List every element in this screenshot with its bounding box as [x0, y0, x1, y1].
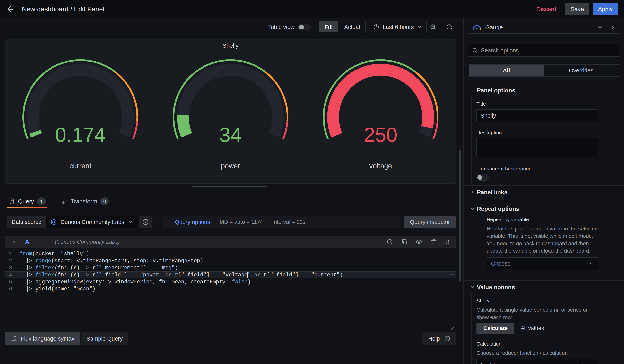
interval: Interval = 20s	[272, 219, 305, 225]
gauge-label: voltage	[369, 162, 392, 170]
code-line-1[interactable]: 1from(bucket: "shelly")	[5, 250, 456, 257]
refresh-button[interactable]	[442, 21, 456, 33]
discard-button[interactable]: Discard	[531, 3, 562, 15]
query-header[interactable]: A (Curious Community Labs) ?	[5, 235, 456, 248]
calculation-select[interactable]: Last *	[476, 359, 598, 364]
code-line-4[interactable]: 4 |> filter(fn: (r) => r["_field"] == "p…	[5, 272, 456, 278]
duplicate-query-icon[interactable]	[401, 239, 407, 245]
table-view-toggle[interactable]	[298, 24, 311, 30]
chevron-right-icon	[611, 25, 616, 30]
show-mode-group: Calculate All values	[476, 322, 551, 334]
all-values-option[interactable]: All values	[514, 323, 551, 334]
code-line-5[interactable]: 5 |> aggregateWindow(every: v.windowPeri…	[5, 278, 456, 286]
value-options-header[interactable]: Value options	[464, 282, 624, 292]
database-icon	[9, 198, 15, 205]
datasource-row: Data source Curious Community Labs ?	[7, 216, 456, 228]
fill-actual-group: Fill Actual	[318, 21, 366, 33]
info-circle-icon	[444, 336, 450, 342]
gauge-row: 0.174current34power250voltage	[5, 51, 456, 170]
visualization-select[interactable]: 79 Gauge	[468, 24, 607, 31]
external-link-icon	[11, 336, 17, 341]
gauge-viz-icon: 79	[472, 24, 482, 31]
section-panel-options: Panel options Title Description Transpar…	[464, 84, 624, 185]
panel-preview[interactable]: Shelly 0.174current34power250voltage	[5, 39, 456, 183]
repeat-description: Repeat this panel for each value in the …	[487, 225, 598, 255]
delete-query-trash-icon[interactable]	[430, 239, 437, 245]
line-content: from(bucket: "shelly")	[20, 250, 89, 257]
pane-resize-handle[interactable]	[192, 186, 267, 187]
help-button[interactable]: Help	[422, 332, 456, 345]
tab-transform[interactable]: Transform 0	[60, 195, 111, 207]
gauge-voltage: 250voltage	[306, 51, 456, 170]
query-inspector-button[interactable]: Query inspector	[404, 216, 456, 228]
line-number: 4	[5, 272, 20, 278]
sample-query-button[interactable]: Sample Query	[81, 332, 128, 345]
scrollbar-thumb[interactable]	[459, 150, 461, 282]
description-field-label: Description	[476, 130, 598, 136]
save-button[interactable]: Save	[565, 3, 589, 15]
collapse-options-button[interactable]	[607, 21, 619, 33]
datasource-picker[interactable]: Curious Community Labs	[46, 216, 137, 228]
gauge-value: 34	[219, 124, 242, 146]
title-field-label: Title	[476, 101, 598, 107]
gauge-value: 0.174	[55, 124, 105, 146]
editor-resize-icon[interactable]	[450, 326, 455, 330]
table-view-group: Table view	[263, 21, 315, 33]
edit-panel-left: Table view Fill Actual Last 6 hours	[0, 18, 463, 364]
chevron-right-icon	[155, 220, 159, 224]
line-number: 5	[5, 278, 20, 286]
repeat-variable-select[interactable]: Choose	[487, 257, 598, 270]
line-content: |> filter(fn: (r) => r["_measurement"] =…	[20, 264, 178, 272]
textarea-resize-icon[interactable]	[594, 153, 597, 156]
line-content: |> range(start: v.timeRangeStart, stop: …	[20, 257, 203, 264]
apply-button[interactable]: Apply	[593, 3, 618, 15]
panel-title: Shelly	[5, 39, 456, 49]
chevron-down-icon	[597, 25, 603, 30]
hide-query-eye-icon[interactable]	[416, 238, 422, 245]
expand-chevron[interactable]	[152, 216, 162, 228]
query-options-toggle[interactable]: Query options	[167, 219, 210, 225]
section-value-options: Value options Show Calculate a single va…	[464, 280, 624, 364]
fill-option[interactable]: Fill	[319, 22, 338, 32]
question-circle-icon: ?	[142, 219, 149, 225]
time-range-picker[interactable]: Last 6 hours	[369, 21, 426, 33]
query-help-icon[interactable]: ?	[387, 239, 393, 245]
search-options-input[interactable]	[481, 47, 616, 54]
chevron-down-icon	[589, 261, 594, 266]
datasource-label: Data source	[7, 216, 46, 228]
tab-all[interactable]: All	[469, 65, 544, 76]
tab-query[interactable]: Query 1	[7, 195, 47, 207]
chevron-down-icon	[11, 239, 16, 244]
help-label: Help	[428, 336, 440, 342]
code-line-2[interactable]: 2 |> range(start: v.timeRangeStart, stop…	[5, 257, 456, 264]
flux-syntax-button[interactable]: Flux language syntax	[5, 332, 80, 345]
flux-code-editor[interactable]: 1from(bucket: "shelly")2 |> range(start:…	[5, 248, 456, 332]
chevron-right-icon	[469, 190, 476, 195]
transform-count-badge: 0	[100, 197, 109, 205]
panel-title-input[interactable]	[476, 109, 598, 122]
code-line-6[interactable]: 6 |> yield(name: "mean")	[5, 286, 456, 293]
code-line-3[interactable]: 3 |> filter(fn: (r) => r["_measurement"]…	[5, 264, 456, 272]
actual-option[interactable]: Actual	[339, 21, 365, 33]
tab-overrides[interactable]: Overrides	[544, 65, 619, 76]
indent-guide	[32, 257, 32, 293]
panel-options-header[interactable]: Panel options	[464, 85, 624, 95]
options-search	[468, 44, 619, 57]
transparent-bg-toggle[interactable]	[476, 174, 489, 181]
repeat-options-header[interactable]: Repeat options	[464, 204, 624, 214]
query-options-strip: Query options MD = auto = 1174 Interval …	[162, 216, 401, 228]
line-number: 1	[5, 250, 20, 257]
clear-x-icon[interactable]	[579, 363, 584, 364]
zoom-out-time-button[interactable]	[426, 21, 439, 33]
drag-grip-icon[interactable]	[445, 239, 450, 245]
calculate-option[interactable]: Calculate	[477, 323, 514, 334]
select-placeholder: Choose	[491, 260, 511, 267]
chevron-down-icon	[417, 24, 422, 29]
overview-ruler-mark	[449, 274, 454, 275]
datasource-help-button[interactable]: ?	[139, 216, 152, 228]
visualization-picker: 79 Gauge	[468, 21, 619, 34]
panel-links-header[interactable]: Panel links	[464, 187, 624, 197]
description-textarea[interactable]	[476, 138, 598, 157]
show-description: Calculate a single value per column or s…	[476, 306, 598, 321]
back-arrow-icon[interactable]	[7, 5, 15, 13]
